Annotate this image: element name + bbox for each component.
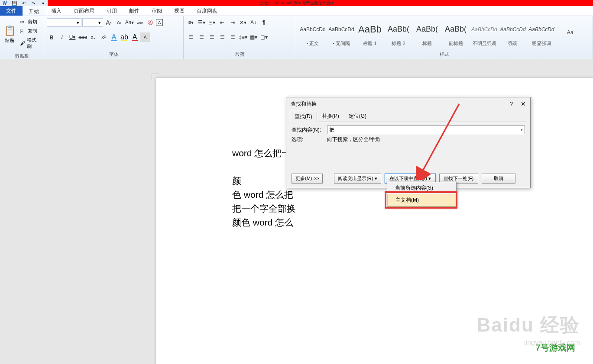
subscript-button[interactable]: x₂ xyxy=(88,32,98,42)
show-marks-button[interactable]: ¶ xyxy=(259,18,269,27)
char-border-button[interactable]: A xyxy=(156,19,163,26)
line-spacing-button[interactable]: ‡≡▾ xyxy=(238,32,248,42)
font-color-button[interactable]: A xyxy=(130,32,139,42)
tab-insert[interactable]: 插入 xyxy=(45,6,68,16)
align-right-button[interactable]: ☰ xyxy=(207,32,217,42)
styles-group-label: 样式 xyxy=(296,51,593,59)
menu-main-document[interactable]: 主文档(M) xyxy=(387,194,456,206)
sort-button[interactable]: A↓ xyxy=(249,18,258,27)
style-item[interactable]: AaBbCcDd强调 xyxy=(499,18,527,49)
style-name: 副标题 xyxy=(449,40,463,48)
reading-highlight-button[interactable]: 阅读突出显示(R) ▾ xyxy=(334,174,381,184)
qat-more-icon[interactable]: ▾ xyxy=(40,0,46,6)
find-replace-dialog[interactable]: 查找和替换 ? ✕ 查找(D) 替换(P) 定位(G) 查找内容(N): 把 ▾… xyxy=(286,97,531,188)
yxw-logo: 7号游戏网 xyxy=(523,335,588,361)
paragraph-group-label: 段落 xyxy=(184,51,296,59)
grow-font-button[interactable]: A▴ xyxy=(104,18,113,27)
tab-mailings[interactable]: 邮件 xyxy=(123,6,146,16)
cancel-button[interactable]: 取消 xyxy=(482,174,515,184)
style-item[interactable]: AaBbCcDd• 正文 xyxy=(299,18,327,49)
shading-button[interactable]: ▦▾ xyxy=(249,32,258,42)
find-dropdown-icon[interactable]: ▾ xyxy=(521,128,523,132)
superscript-button[interactable]: x² xyxy=(99,32,108,42)
style-preview: AaBbCcDd xyxy=(300,18,325,40)
dialog-tab-goto[interactable]: 定位(G) xyxy=(344,110,371,122)
strikethrough-button[interactable]: abc xyxy=(78,32,87,42)
font-name-combo[interactable]: ▾ xyxy=(47,18,81,27)
bullets-button[interactable]: ≡▾ xyxy=(186,18,196,27)
style-item[interactable]: AaBbCcDd明显强调 xyxy=(528,18,555,49)
save-icon[interactable]: 💾 xyxy=(11,0,17,6)
dialog-tab-replace[interactable]: 替换(P) xyxy=(317,110,344,122)
styles-gallery[interactable]: AaBbCcDd• 正文AaBbCcDd• 无间隔AaBb标题 1AaBb(标题… xyxy=(299,18,584,49)
font-group-label: 字体 xyxy=(44,51,183,59)
borders-button[interactable]: ▢▾ xyxy=(259,32,269,42)
dialog-close-button[interactable]: ✕ xyxy=(521,100,526,107)
numbering-button[interactable]: ☰▾ xyxy=(197,18,206,27)
style-preview: AaBb( xyxy=(388,18,409,40)
find-content-input[interactable]: 把 ▾ xyxy=(327,126,525,134)
page-corner-mark xyxy=(152,74,159,81)
group-clipboard: 📋 粘贴 ✂剪切 ⎘复制 🖌格式刷 剪贴板 xyxy=(0,16,44,59)
style-name: 标题 xyxy=(422,40,432,48)
more-button[interactable]: 更多(M) >> xyxy=(292,174,323,184)
paste-button[interactable]: 📋 粘贴 xyxy=(3,18,16,51)
menu-current-selection[interactable]: 当前所选内容(S) xyxy=(387,182,456,194)
change-case-button[interactable]: Aa▾ xyxy=(125,18,134,27)
undo-icon[interactable]: ↶ xyxy=(21,0,27,6)
decrease-indent-button[interactable]: ⇤ xyxy=(217,18,227,27)
dialog-titlebar[interactable]: 查找和替换 ? ✕ xyxy=(286,97,530,110)
style-item[interactable]: Aa xyxy=(556,18,584,49)
ribbon: 📋 粘贴 ✂剪切 ⎘复制 🖌格式刷 剪贴板 ▾ ▾ A▴ A▾ Aa▾ wén … xyxy=(0,16,593,59)
highlight-button[interactable]: ab xyxy=(120,32,129,42)
find-in-dropdown: 当前所选内容(S) 主文档(M) xyxy=(387,182,457,207)
tab-page-layout[interactable]: 页面布局 xyxy=(68,6,100,16)
quick-access-toolbar: W 💾 ↶ ↷ ▾ xyxy=(0,0,48,6)
doc-line1-left: word 怎么把一 xyxy=(232,148,291,158)
style-name: 明显强调 xyxy=(532,40,551,48)
tab-home[interactable]: 开始 xyxy=(23,6,45,16)
tab-review[interactable]: 审阅 xyxy=(146,6,168,16)
shrink-font-button[interactable]: A▾ xyxy=(114,18,124,27)
style-item[interactable]: AaBbCcDd• 无间隔 xyxy=(327,18,355,49)
pinyin-guide-button[interactable]: wén xyxy=(135,18,145,27)
copy-button[interactable]: ⎘复制 xyxy=(18,27,41,35)
style-item[interactable]: AaBb(标题 xyxy=(413,18,441,49)
bold-button[interactable]: B xyxy=(47,32,56,42)
tab-references[interactable]: 引用 xyxy=(100,6,123,16)
dialog-help-button[interactable]: ? xyxy=(509,100,513,107)
title-bar: W 💾 ↶ ↷ ▾ 文档1 - Microsoft Word(产品激活失败) xyxy=(0,0,593,6)
style-item[interactable]: AaBb(标题 2 xyxy=(385,18,412,49)
font-size-combo[interactable]: ▾ xyxy=(82,18,103,27)
justify-button[interactable]: ☰ xyxy=(217,32,227,42)
style-item[interactable]: AaBb(副标题 xyxy=(442,18,470,49)
asian-layout-button[interactable]: ✕▾ xyxy=(238,18,248,27)
tab-baidu-netdisk[interactable]: 百度网盘 xyxy=(191,6,224,16)
style-preview: Aa xyxy=(567,18,574,47)
char-shading-button[interactable]: A xyxy=(140,32,150,42)
style-item[interactable]: AaBbCcDd不明显强调 xyxy=(470,18,498,49)
redo-icon[interactable]: ↷ xyxy=(30,0,36,6)
multilevel-list-button[interactable]: ⊟▾ xyxy=(207,18,217,27)
align-left-button[interactable]: ☰ xyxy=(186,32,196,42)
increase-indent-button[interactable]: ⇥ xyxy=(228,18,237,27)
style-name: 标题 2 xyxy=(392,40,405,48)
style-item[interactable]: AaBb标题 1 xyxy=(356,18,384,49)
distributed-button[interactable]: ☰ xyxy=(228,32,237,42)
cut-button[interactable]: ✂剪切 xyxy=(18,18,41,26)
style-name: 强调 xyxy=(508,40,518,48)
italic-button[interactable]: I xyxy=(57,32,67,42)
doc-line2-right: 把一个字全部换 xyxy=(232,203,296,213)
format-painter-button[interactable]: 🖌格式刷 xyxy=(18,36,41,51)
style-name: 不明显强调 xyxy=(473,40,496,48)
underline-button[interactable]: U▾ xyxy=(68,32,77,42)
dialog-tab-find[interactable]: 查找(D) xyxy=(290,111,317,122)
ribbon-tabs: 文件 开始 插入 页面布局 引用 邮件 审阅 视图 百度网盘 xyxy=(0,6,593,16)
tab-view[interactable]: 视图 xyxy=(168,6,191,16)
text-effects-button[interactable]: A xyxy=(109,32,119,42)
align-center-button[interactable]: ☰ xyxy=(197,32,206,42)
group-paragraph: ≡▾ ☰▾ ⊟▾ ⇤ ⇥ ✕▾ A↓ ¶ ☰ ☰ ☰ ☰ ☰ ‡≡▾ ▦▾ ▢▾… xyxy=(184,16,296,59)
clear-formatting-button[interactable]: Ⓐ xyxy=(146,18,155,27)
dialog-title-text: 查找和替换 xyxy=(291,100,317,108)
tab-file[interactable]: 文件 xyxy=(0,6,23,16)
